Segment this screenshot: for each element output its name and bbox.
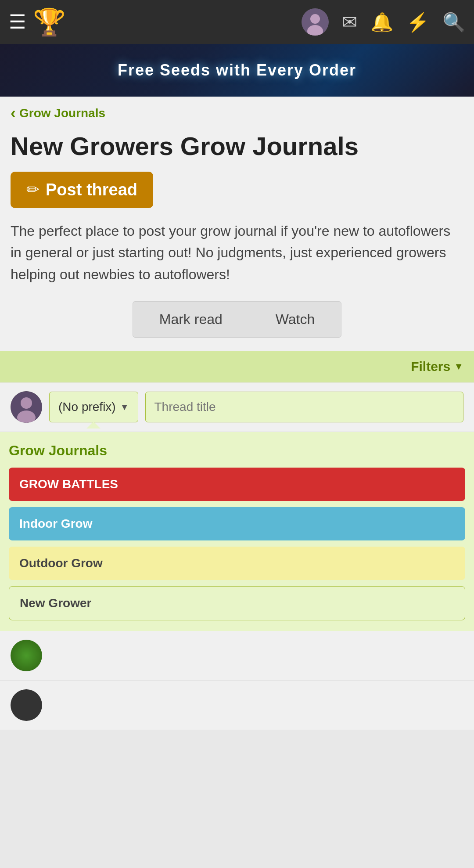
dropdown-item-indoor-grow[interactable]: Indoor Grow (9, 507, 465, 540)
promo-banner: Free Seeds with Every Order (0, 44, 474, 97)
prefix-dropdown-menu: Grow Journals GROW BATTLES Indoor Grow O… (0, 432, 474, 631)
activity-icon[interactable]: ⚡ (406, 11, 429, 33)
thread-list (0, 631, 474, 730)
user-avatar (11, 391, 42, 423)
dropdown-item-grow-battles[interactable]: GROW BATTLES (9, 468, 465, 501)
forum-description: The perfect place to post your grow jour… (11, 220, 463, 286)
mark-read-button[interactable]: Mark read (133, 301, 249, 338)
post-thread-icon: ✏ (26, 180, 40, 199)
page-title: New Growers Grow Journals (11, 132, 463, 161)
thread-input-row: (No prefix) (0, 382, 474, 432)
prefix-wrapper: (No prefix) (49, 392, 138, 422)
breadcrumb[interactable]: Grow Journals (11, 105, 463, 121)
logo-icon: 🏆 (33, 7, 66, 38)
post-thread-label: Post thread (46, 180, 137, 199)
post-thread-button[interactable]: ✏ Post thread (11, 172, 153, 208)
prefix-dropdown[interactable]: (No prefix) (49, 392, 138, 422)
filters-bar: Filters (0, 351, 474, 382)
watch-button[interactable]: Watch (249, 301, 342, 338)
mail-icon[interactable]: ✉ (342, 11, 357, 33)
main-content: New Growers Grow Journals ✏ Post thread … (0, 125, 474, 351)
notification-icon[interactable]: 🔔 (370, 11, 393, 33)
list-item (0, 681, 474, 730)
banner-text: Free Seeds with Every Order (118, 61, 356, 79)
avatar[interactable] (302, 8, 329, 36)
header-left: ☰ 🏆 (9, 7, 66, 38)
list-item-avatar (11, 689, 42, 721)
search-icon[interactable]: 🔍 (442, 11, 465, 33)
header-right: ✉ 🔔 ⚡ 🔍 (302, 8, 465, 36)
dropdown-item-outdoor-grow[interactable]: Outdoor Grow (9, 547, 465, 580)
dropdown-item-new-grower[interactable]: New Grower (9, 586, 465, 620)
action-buttons: Mark read Watch (11, 301, 463, 338)
list-item (0, 631, 474, 681)
dropdown-arrow-up (86, 421, 101, 429)
breadcrumb-section: Grow Journals (0, 97, 474, 125)
svg-point-1 (310, 14, 320, 24)
list-item-avatar (11, 640, 42, 671)
dropdown-header: Grow Journals (9, 443, 465, 459)
svg-point-4 (21, 397, 32, 409)
thread-title-input[interactable] (145, 392, 464, 422)
hamburger-icon[interactable]: ☰ (9, 12, 26, 32)
app-header: ☰ 🏆 ✉ 🔔 ⚡ 🔍 (0, 0, 474, 44)
filters-button[interactable]: Filters (411, 359, 463, 374)
